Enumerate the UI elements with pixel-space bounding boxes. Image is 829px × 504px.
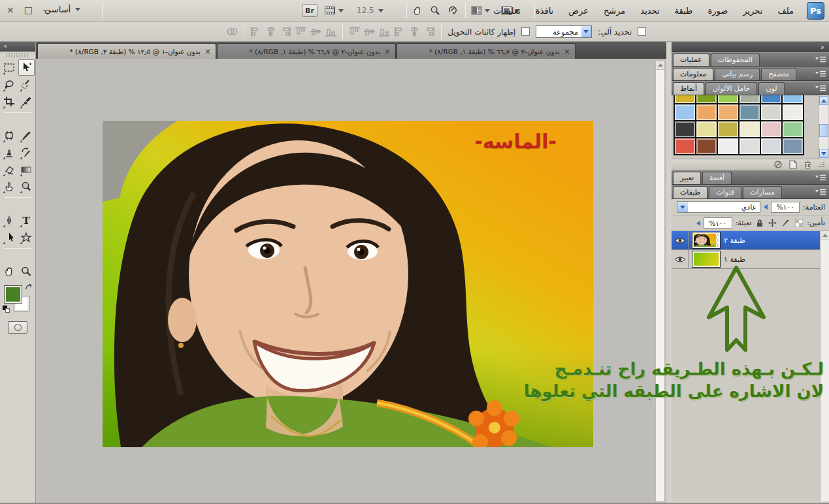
align-left-button[interactable] xyxy=(394,27,405,37)
style-swatch[interactable] xyxy=(675,138,696,155)
scroll-up-button[interactable] xyxy=(819,96,828,105)
brush-tool[interactable] xyxy=(18,127,35,144)
eyedropper-tool[interactable] xyxy=(18,93,35,110)
custom-shape-tool[interactable] xyxy=(18,229,35,245)
panel-tab[interactable]: متصفح xyxy=(761,68,796,80)
style-swatch[interactable] xyxy=(761,95,783,104)
styles-scrollbar[interactable] xyxy=(819,95,828,159)
style-swatch[interactable] xyxy=(740,95,761,104)
collapse-panels-button[interactable]: » xyxy=(672,42,829,52)
default-colors-icon[interactable] xyxy=(3,306,10,313)
tools-panel-collapse[interactable]: « xyxy=(0,42,35,52)
layers-scrollbar[interactable] xyxy=(820,231,829,501)
menu-item[interactable]: عرض xyxy=(567,5,590,17)
menu-item[interactable]: صورة xyxy=(706,5,729,17)
panel-menu-button[interactable] xyxy=(815,174,826,181)
lock-position-button[interactable] xyxy=(768,218,777,228)
style-swatch[interactable] xyxy=(718,121,740,138)
style-swatch[interactable] xyxy=(696,104,718,121)
style-swatch[interactable] xyxy=(718,104,740,121)
menu-item[interactable]: نافذة xyxy=(534,5,555,17)
panel-tab[interactable]: لون xyxy=(758,82,784,95)
distribute-right-button[interactable] xyxy=(325,27,336,37)
gradient-tool[interactable] xyxy=(18,161,35,178)
document-tab[interactable]: ×بدون عنوان-٣ @ ٦٦٫٧ % (طبقة ١, RGB/٨) * xyxy=(397,43,576,59)
style-swatch[interactable] xyxy=(718,138,740,155)
style-swatch[interactable] xyxy=(740,121,761,138)
style-swatch[interactable] xyxy=(718,95,740,104)
layer-thumbnail[interactable] xyxy=(692,232,720,248)
style-swatch[interactable] xyxy=(783,121,804,138)
panel-menu-button[interactable] xyxy=(815,71,826,78)
layer-visibility-toggle[interactable] xyxy=(672,231,689,250)
lock-all-button[interactable] xyxy=(755,218,764,228)
canvas-vertical-scrollbar[interactable] xyxy=(655,60,665,502)
panel-menu-button[interactable] xyxy=(815,189,826,196)
layer-row[interactable]: طبقة ٢ xyxy=(672,231,820,250)
layer-row[interactable]: طبقة ١ xyxy=(672,250,820,269)
style-swatch[interactable] xyxy=(761,104,783,121)
distribute-top-button[interactable] xyxy=(250,27,261,37)
document-image[interactable]: -الماسه- xyxy=(103,121,593,447)
panel-tab[interactable]: حامل الألوان xyxy=(706,82,757,95)
scroll-down-button[interactable] xyxy=(819,149,828,158)
clone-stamp-tool[interactable] xyxy=(1,144,18,161)
zoom-level-selector[interactable]: 12.5 xyxy=(357,3,383,18)
panel-tab[interactable]: عمليات xyxy=(673,54,709,66)
auto-select-mode-dropdown[interactable]: مجموعة xyxy=(536,25,592,38)
zoom-tool[interactable] xyxy=(18,263,35,279)
resize-grip[interactable] xyxy=(819,161,825,168)
smudge-tool[interactable] xyxy=(1,178,18,195)
panel-tab[interactable]: مسارات xyxy=(743,186,782,198)
panel-tab[interactable]: طبقات xyxy=(673,186,707,198)
layer-visibility-toggle[interactable] xyxy=(672,250,689,269)
fill-value-field[interactable]: %١٠٠ xyxy=(704,217,732,228)
style-swatch[interactable] xyxy=(783,95,804,104)
auto-select-checkbox[interactable] xyxy=(638,27,646,36)
distribute-left-button[interactable] xyxy=(295,27,306,37)
view-extras-button[interactable] xyxy=(324,3,344,18)
type-tool[interactable]: T xyxy=(18,212,35,228)
align-right-button[interactable] xyxy=(424,27,435,37)
crop-tool[interactable] xyxy=(1,93,18,110)
eraser-tool[interactable] xyxy=(1,161,18,178)
style-swatch[interactable] xyxy=(783,104,804,121)
launch-bridge-button[interactable]: Br xyxy=(302,4,317,17)
layer-thumbnail[interactable] xyxy=(692,251,720,267)
path-selection-tool[interactable] xyxy=(1,229,18,245)
style-swatch[interactable] xyxy=(675,104,696,121)
distribute-middle-button[interactable] xyxy=(265,27,276,37)
zoom-tool-shortcut[interactable] xyxy=(430,3,440,18)
tab-close-button[interactable]: × xyxy=(384,48,391,55)
fill-slider-arrow-icon[interactable] xyxy=(696,221,700,226)
hand-tool-shortcut[interactable] xyxy=(412,3,423,18)
lock-transparency-button[interactable] xyxy=(794,218,804,228)
style-swatch[interactable] xyxy=(675,121,696,138)
lock-pixels-button[interactable] xyxy=(781,218,790,228)
panel-tab[interactable]: أقنعة xyxy=(702,172,732,184)
pen-tool[interactable] xyxy=(1,212,18,228)
clear-style-button[interactable] xyxy=(773,160,783,169)
panel-menu-button[interactable] xyxy=(815,85,826,92)
opacity-value-field[interactable]: %١٠٠ xyxy=(771,202,800,213)
scroll-up-button[interactable] xyxy=(821,231,829,240)
distribute-center-button[interactable] xyxy=(310,27,321,37)
style-swatch[interactable] xyxy=(783,138,804,155)
style-swatch[interactable] xyxy=(740,104,761,121)
canvas-pasteboard[interactable]: -الماسه- xyxy=(36,59,666,504)
style-swatch[interactable] xyxy=(696,138,718,155)
menu-item[interactable]: طبقة xyxy=(674,5,694,17)
panel-menu-button[interactable] xyxy=(815,56,826,63)
panel-tab[interactable]: المحفوظات xyxy=(711,54,760,66)
foreground-color-swatch[interactable] xyxy=(5,286,22,303)
quick-selection-tool[interactable] xyxy=(18,76,35,93)
tab-close-button[interactable]: × xyxy=(564,48,570,55)
dodge-tool[interactable] xyxy=(18,178,35,195)
align-middle-button[interactable] xyxy=(364,27,375,37)
new-style-button[interactable] xyxy=(789,160,797,169)
panel-tab[interactable]: قنوات xyxy=(709,186,741,198)
healing-brush-tool[interactable] xyxy=(1,127,18,144)
arrange-documents-button[interactable] xyxy=(471,3,490,18)
style-swatch[interactable] xyxy=(675,95,696,104)
move-tool[interactable] xyxy=(18,59,35,76)
